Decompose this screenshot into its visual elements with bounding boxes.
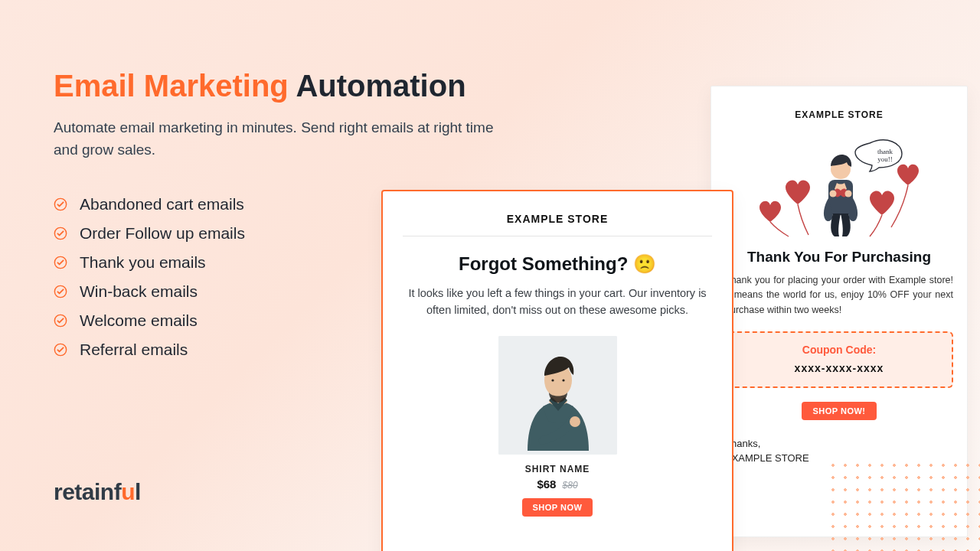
check-icon bbox=[54, 227, 67, 240]
decorative-dots bbox=[827, 459, 980, 551]
logo-text: l bbox=[135, 479, 141, 504]
logo-text: retainf bbox=[54, 479, 121, 504]
email-body: It looks like you left a few things in y… bbox=[403, 285, 712, 319]
feature-label: Win-back emails bbox=[80, 282, 198, 301]
store-name: EXAMPLE STORE bbox=[725, 109, 953, 120]
check-icon bbox=[54, 314, 67, 328]
signoff-line: Thanks, bbox=[725, 437, 953, 452]
svg-point-13 bbox=[570, 416, 580, 427]
feature-label: Welcome emails bbox=[80, 311, 198, 330]
email-title: Forgot Something? 🙁 bbox=[403, 253, 712, 275]
logo-accent: u bbox=[121, 479, 135, 504]
feature-label: Thank you emails bbox=[80, 253, 206, 272]
product-name: SHIRT NAME bbox=[525, 464, 590, 474]
svg-text:you!!: you!! bbox=[877, 155, 893, 163]
check-icon bbox=[54, 285, 67, 298]
check-icon bbox=[54, 343, 67, 357]
email-card-abandoned: EXAMPLE STORE Forgot Something? 🙁 It loo… bbox=[381, 190, 733, 551]
product-image bbox=[498, 336, 617, 455]
feature-label: Order Follow up emails bbox=[80, 224, 245, 243]
thankyou-illustration: thank you!! bbox=[755, 134, 923, 241]
check-icon bbox=[54, 256, 67, 269]
shop-now-button[interactable]: SHOP NOW bbox=[522, 498, 593, 517]
svg-point-16 bbox=[562, 379, 564, 381]
headline-accent: Email Marketing bbox=[54, 69, 289, 103]
svg-point-11 bbox=[845, 191, 852, 197]
feature-label: Abandoned cart emails bbox=[80, 195, 244, 214]
svg-point-10 bbox=[830, 191, 837, 197]
coupon-box: Coupon Code: xxxx-xxxx-xxxx bbox=[725, 331, 953, 388]
product-block: SHIRT NAME $68 $80 SHOP NOW bbox=[403, 336, 712, 517]
subheadline: Automate email marketing in minutes. Sen… bbox=[54, 116, 521, 161]
email-body: Thank you for placing your order with Ex… bbox=[725, 273, 953, 318]
svg-point-15 bbox=[551, 379, 554, 381]
feature-label: Referral emails bbox=[80, 341, 188, 359]
product-price: $68 $80 bbox=[537, 478, 577, 491]
svg-text:thank: thank bbox=[877, 148, 893, 155]
coupon-label: Coupon Code: bbox=[734, 344, 944, 356]
price-old: $80 bbox=[563, 480, 578, 491]
check-icon bbox=[54, 197, 67, 211]
price-current: $68 bbox=[537, 478, 556, 491]
email-title: Thank You For Purchasing bbox=[725, 249, 953, 266]
shop-now-button[interactable]: SHOP NOW! bbox=[802, 402, 876, 420]
store-name: EXAMPLE STORE bbox=[403, 213, 712, 225]
brand-logo: retainful bbox=[54, 479, 141, 505]
coupon-code: xxxx-xxxx-xxxx bbox=[734, 362, 944, 374]
divider bbox=[403, 236, 712, 236]
headline-rest: Automation bbox=[289, 69, 466, 103]
